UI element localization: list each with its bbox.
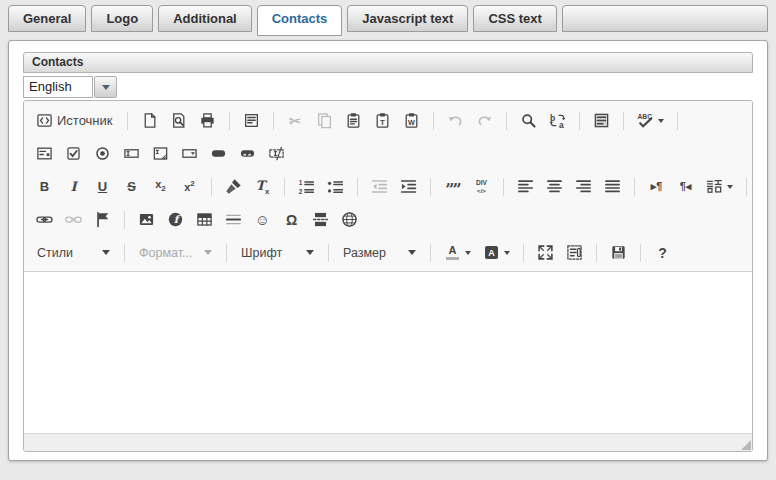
table-icon	[196, 211, 213, 228]
remove-format-button[interactable]: Tx	[250, 174, 275, 199]
copy-formatting-button[interactable]	[221, 174, 246, 199]
numbered-list-button[interactable]: 12	[294, 174, 319, 199]
smiley-button[interactable]: ☺	[250, 207, 275, 232]
table-button[interactable]	[192, 207, 217, 232]
select-all-button[interactable]	[589, 108, 614, 133]
background-color-icon: A	[483, 244, 500, 261]
styles-combo[interactable]: Стили	[32, 243, 115, 263]
text-language-button[interactable]	[702, 174, 737, 199]
paste-button[interactable]	[341, 108, 366, 133]
italic-button[interactable]: I	[61, 174, 86, 199]
font-size-combo[interactable]: Размер	[338, 243, 421, 263]
svg-text:</>: </>	[477, 187, 486, 194]
chevron-down-icon	[465, 251, 471, 255]
link-button[interactable]	[32, 207, 57, 232]
background-color-button[interactable]: A	[479, 240, 514, 265]
div-container-button[interactable]: DIV</>	[469, 174, 494, 199]
form-button[interactable]	[32, 141, 57, 166]
textarea-button[interactable]	[148, 141, 173, 166]
bulleted-list-button[interactable]	[323, 174, 348, 199]
editor-toolbar: Источник✂TWbaABCBIUSx2x2Tx12””DIV</>▸¶¶◂…	[24, 101, 752, 272]
settings-page: GeneralLogoAdditionalContactsJavascript …	[0, 0, 776, 480]
decrease-indent-button	[367, 174, 392, 199]
toolbar-row: BIUSx2x2Tx12””DIV</>▸¶¶◂	[30, 170, 746, 203]
align-justify-button[interactable]	[600, 174, 625, 199]
page-break-button[interactable]	[308, 207, 333, 232]
chevron-down-icon	[408, 250, 416, 255]
save-icon	[610, 244, 627, 261]
bidi-rtl-button[interactable]: ¶◂	[673, 174, 698, 199]
bidi-ltr-button[interactable]: ▸¶	[644, 174, 669, 199]
toolbar-separator	[634, 178, 635, 196]
horizontal-rule-button[interactable]	[221, 207, 246, 232]
maximize-button[interactable]	[533, 240, 558, 265]
unlink-icon	[65, 211, 82, 228]
spell-check-button[interactable]: ABC	[633, 108, 668, 133]
resize-handle-icon[interactable]	[741, 440, 751, 450]
anchor-button[interactable]	[90, 207, 115, 232]
source-icon	[36, 112, 53, 129]
language-dropdown-button[interactable]	[94, 76, 117, 98]
toolbar-separator	[640, 244, 641, 262]
paste-word-button[interactable]: W	[399, 108, 424, 133]
editor-content[interactable]	[24, 272, 752, 433]
strikethrough-button[interactable]: S	[119, 174, 144, 199]
question-mark-icon: ?	[654, 244, 671, 261]
preview-button[interactable]	[166, 108, 191, 133]
find-button[interactable]	[516, 108, 541, 133]
select-field-button[interactable]	[177, 141, 202, 166]
increase-indent-button[interactable]	[396, 174, 421, 199]
templates-icon	[243, 112, 260, 129]
paste-word-icon: W	[403, 112, 420, 129]
radio-button-button[interactable]	[90, 141, 115, 166]
checkbox-button[interactable]	[61, 141, 86, 166]
chevron-down-icon	[102, 250, 110, 255]
tab-css-text[interactable]: CSS text	[473, 5, 556, 32]
tab-logo[interactable]: Logo	[91, 5, 153, 32]
find-icon	[520, 112, 537, 129]
blockquote-button[interactable]: ””	[440, 174, 465, 199]
paste-text-button[interactable]: T	[370, 108, 395, 133]
chevron-down-icon	[306, 250, 314, 255]
show-blocks-button[interactable]	[562, 240, 587, 265]
font-combo[interactable]: Шрифт	[236, 243, 319, 263]
align-left-button[interactable]	[513, 174, 538, 199]
underline-button[interactable]: U	[90, 174, 115, 199]
save-button[interactable]	[606, 240, 631, 265]
language-value[interactable]: English	[23, 76, 93, 98]
subscript-button[interactable]: x2	[148, 174, 173, 199]
svg-text:W: W	[408, 118, 415, 127]
tab-general[interactable]: General	[8, 5, 86, 32]
templates-button[interactable]	[239, 108, 264, 133]
blockquote-icon: ””	[444, 178, 461, 195]
text-color-button[interactable]: A	[440, 240, 475, 265]
about-button[interactable]: ?	[650, 240, 675, 265]
source-button[interactable]: Источник	[32, 108, 118, 133]
text-field-button[interactable]	[119, 141, 144, 166]
text-field-icon	[123, 145, 140, 162]
toolbar-separator	[284, 178, 285, 196]
image-button[interactable]	[134, 207, 159, 232]
globe-icon	[341, 211, 358, 228]
superscript-button[interactable]: x2	[177, 174, 202, 199]
special-char-button[interactable]: Ω	[279, 207, 304, 232]
tab-javascript-text[interactable]: Javascript text	[347, 5, 468, 32]
bidi-rtl-icon: ¶◂	[677, 178, 694, 195]
image-button-button[interactable]	[235, 141, 260, 166]
tab-contacts[interactable]: Contacts	[257, 5, 343, 36]
replace-button[interactable]: ba	[545, 108, 570, 133]
button-field-button[interactable]	[206, 141, 231, 166]
flash-button[interactable]: f	[163, 207, 188, 232]
print-button[interactable]	[195, 108, 220, 133]
image-button-icon	[239, 145, 256, 162]
bold-button[interactable]: B	[32, 174, 57, 199]
tab-additional[interactable]: Additional	[158, 5, 252, 32]
align-center-button[interactable]	[542, 174, 567, 199]
new-page-button[interactable]	[137, 108, 162, 133]
panel-title: Contacts	[32, 55, 83, 69]
image-icon	[138, 211, 155, 228]
hidden-field-button[interactable]	[264, 141, 289, 166]
iframe-button[interactable]	[337, 207, 362, 232]
align-right-button[interactable]	[571, 174, 596, 199]
checkbox-icon	[65, 145, 82, 162]
